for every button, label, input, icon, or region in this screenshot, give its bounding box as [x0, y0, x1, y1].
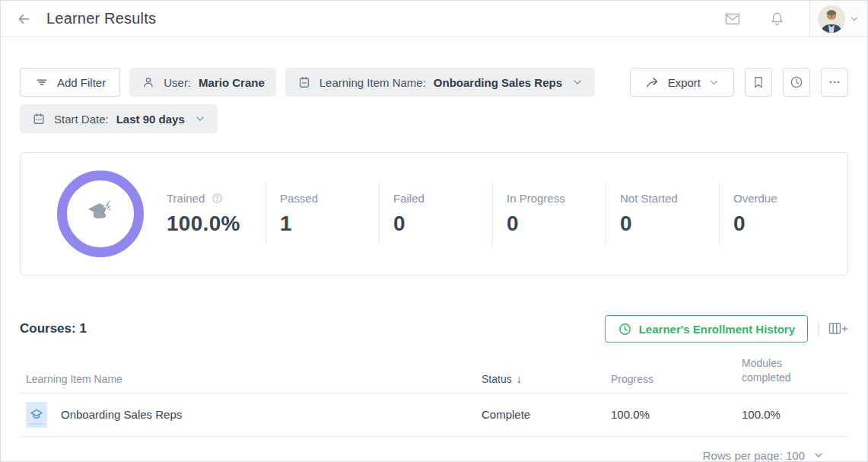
- start-date-filter-value: Last 90 days: [116, 113, 185, 126]
- user-filter-chip[interactable]: User:Mario Crane: [129, 68, 276, 97]
- table-row[interactable]: Onboarding Sales Reps Complete 100.0% 10…: [20, 393, 848, 437]
- stat-trained-value: 100.0%: [167, 212, 265, 236]
- column-header-status[interactable]: Status ↓: [482, 373, 611, 385]
- stat-passed-label: Passed: [280, 192, 318, 205]
- avatar: [818, 5, 845, 33]
- rows-per-page-select[interactable]: Rows per page: 100: [39, 437, 829, 462]
- user-filter-label: User:: [164, 76, 191, 89]
- stat-overdue: Overdue 0: [719, 183, 832, 245]
- stat-in-progress-value: 0: [507, 212, 606, 236]
- ellipsis-icon: [827, 75, 842, 90]
- stat-trained-label: Trained: [167, 192, 205, 205]
- learner-results-page: Learner Results: [0, 0, 868, 462]
- column-header-modules-completed[interactable]: Modules completed: [742, 356, 812, 385]
- envelope-icon: [723, 10, 742, 28]
- column-header-learning-item-name[interactable]: Learning Item Name: [20, 373, 482, 385]
- course-progress: 100.0%: [611, 408, 742, 421]
- course-modules-completed: 100.0%: [742, 408, 848, 421]
- stat-in-progress-label: In Progress: [507, 192, 565, 205]
- stat-passed: Passed 1: [265, 183, 379, 245]
- divider: [818, 320, 819, 337]
- export-icon: [644, 75, 660, 91]
- notepad-icon: [297, 75, 312, 90]
- chevron-down-icon: [849, 14, 860, 24]
- notifications-button[interactable]: [765, 8, 788, 30]
- stat-failed: Failed 0: [379, 183, 492, 245]
- history-button[interactable]: [783, 68, 810, 97]
- stat-not-started: Not Started 0: [606, 183, 719, 245]
- more-options-button[interactable]: [821, 68, 848, 97]
- chevron-down-icon: [194, 113, 206, 125]
- stat-overdue-label: Overdue: [733, 192, 777, 205]
- stat-in-progress: In Progress 0: [492, 183, 606, 245]
- export-button[interactable]: Export: [630, 68, 734, 97]
- graduation-bolt-icon: [83, 196, 118, 231]
- clock-icon: [618, 322, 632, 336]
- stat-not-started-value: 0: [620, 212, 719, 236]
- top-bar: Learner Results: [1, 1, 867, 37]
- back-arrow-icon: [15, 11, 32, 27]
- trained-progress-ring: [57, 170, 144, 257]
- columns-plus-icon: [828, 322, 848, 336]
- stat-trained: Trained 100.0%: [167, 183, 265, 245]
- rows-per-page-label: Rows per page: 100: [703, 449, 805, 462]
- topbar-right: [721, 1, 867, 37]
- bookmark-icon: [751, 75, 766, 90]
- chevron-down-icon: [708, 77, 720, 88]
- courses-bar: Courses: 1 Learner's Enrollment History: [20, 315, 848, 343]
- courses-table: Learning Item Name Status ↓ Progress Mod…: [20, 352, 848, 462]
- user-filter-value: Mario Crane: [199, 76, 265, 89]
- add-filter-label: Add Filter: [57, 76, 106, 89]
- enrollment-history-label: Learner's Enrollment History: [639, 323, 795, 336]
- chevron-down-icon: [571, 76, 583, 88]
- chevron-down-icon: [812, 449, 825, 461]
- course-status: Complete: [482, 408, 611, 421]
- courses-count: Courses: 1: [20, 321, 87, 336]
- start-date-filter-label: Start Date:: [54, 113, 109, 126]
- sort-descending-icon: ↓: [517, 373, 522, 385]
- user-menu[interactable]: [809, 1, 867, 37]
- stat-failed-value: 0: [393, 212, 492, 236]
- column-header-progress[interactable]: Progress: [611, 373, 742, 385]
- summary-stats: Trained 100.0% Passed 1 Failed 0 In Prog…: [167, 183, 832, 245]
- enrollment-history-button[interactable]: Learner's Enrollment History: [605, 315, 808, 343]
- export-label: Export: [668, 76, 701, 89]
- filter-icon: [34, 75, 49, 90]
- page-title: Learner Results: [46, 10, 156, 27]
- table-header-row: Learning Item Name Status ↓ Progress Mod…: [20, 352, 848, 393]
- stat-passed-value: 1: [280, 212, 379, 236]
- add-filter-button[interactable]: Add Filter: [20, 68, 120, 97]
- filters-section: Add Filter User:Mario Crane Learning Ite…: [1, 68, 867, 133]
- start-date-filter-chip[interactable]: Start Date:Last 90 days: [20, 104, 218, 133]
- user-icon: [141, 75, 156, 90]
- back-button[interactable]: [13, 8, 34, 30]
- course-icon: [26, 402, 47, 428]
- learning-item-filter-chip[interactable]: Learning Item Name:Onboarding Sales Reps: [285, 68, 595, 97]
- calendar-icon: [31, 111, 46, 126]
- bookmark-button[interactable]: [745, 68, 772, 97]
- summary-card: Trained 100.0% Passed 1 Failed 0 In Prog…: [20, 152, 848, 276]
- learning-item-filter-label: Learning Item Name:: [320, 76, 426, 89]
- stat-failed-label: Failed: [393, 192, 424, 205]
- clock-icon: [789, 75, 804, 90]
- stat-not-started-label: Not Started: [620, 192, 678, 205]
- learning-item-filter-value: Onboarding Sales Reps: [434, 76, 562, 89]
- add-column-button[interactable]: [828, 322, 848, 336]
- messages-button[interactable]: [721, 8, 744, 30]
- bell-icon: [768, 10, 786, 27]
- course-name: Onboarding Sales Reps: [61, 408, 182, 421]
- help-icon[interactable]: [211, 192, 224, 205]
- stat-overdue-value: 0: [733, 212, 832, 236]
